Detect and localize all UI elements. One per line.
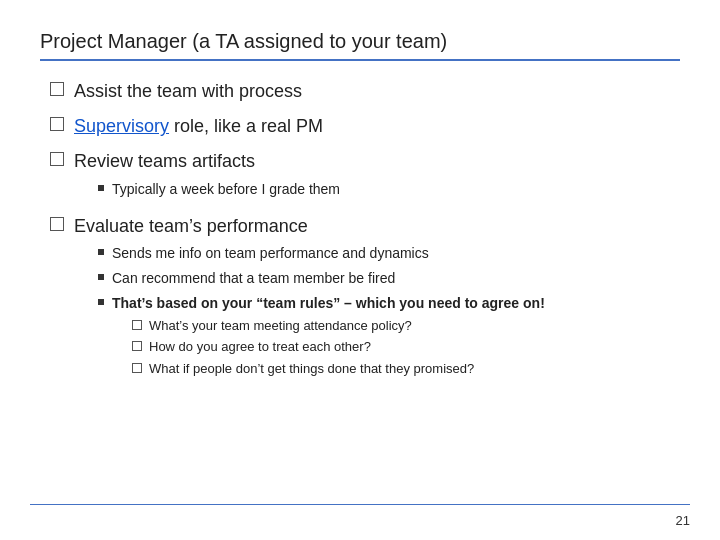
sub-sub-list: What’s your team meeting attendance poli… xyxy=(132,316,545,379)
content-area: Assist the team with process Supervisory… xyxy=(40,79,680,384)
sub-bullet-4-3 xyxy=(98,299,104,305)
bottom-line xyxy=(30,504,690,506)
sub-bullet-4-2 xyxy=(98,274,104,280)
bullet-item-1: Assist the team with process xyxy=(50,79,680,104)
sub-list-3: Typically a week before I grade them xyxy=(98,179,340,200)
bullet-text-2: Supervisory role, like a real PM xyxy=(74,114,323,139)
sub-item-4-1: Sends me info on team performance and dy… xyxy=(98,243,545,264)
bullet-3-content: Review teams artifacts Typically a week … xyxy=(74,149,340,203)
bullet-text-1: Assist the team with process xyxy=(74,79,302,104)
supervisory-link: Supervisory xyxy=(74,116,169,136)
sub-item-3-1: Typically a week before I grade them xyxy=(98,179,340,200)
bullet-box-3 xyxy=(50,152,64,166)
bullet-item-2: Supervisory role, like a real PM xyxy=(50,114,680,139)
sub-sub-item-1: What’s your team meeting attendance poli… xyxy=(132,316,545,336)
bullet-item-3: Review teams artifacts Typically a week … xyxy=(50,149,680,203)
bullet-box-2 xyxy=(50,117,64,131)
sub-text-4-1: Sends me info on team performance and dy… xyxy=(112,243,429,264)
sub-item-4-3: That’s based on your “team rules” – whic… xyxy=(98,293,545,381)
bullet-box-1 xyxy=(50,82,64,96)
title-underline xyxy=(40,59,680,61)
sub-text-3-1: Typically a week before I grade them xyxy=(112,179,340,200)
sub-sub-text-2: How do you agree to treat each other? xyxy=(149,337,371,357)
sub-text-4-2: Can recommend that a team member be fire… xyxy=(112,268,395,289)
sub-sub-box-2 xyxy=(132,341,142,351)
sub-sub-box-3 xyxy=(132,363,142,373)
sub-sub-box-1 xyxy=(132,320,142,330)
sub-list-4: Sends me info on team performance and dy… xyxy=(98,243,545,381)
slide-title: Project Manager (a TA assigned to your t… xyxy=(40,30,680,53)
sub-sub-text-3: What if people don’t get things done tha… xyxy=(149,359,474,379)
sub-bullet-4-1 xyxy=(98,249,104,255)
bullet-4-content: Evaluate team’s performance Sends me inf… xyxy=(74,214,545,385)
bullet-box-4 xyxy=(50,217,64,231)
sub-sub-item-2: How do you agree to treat each other? xyxy=(132,337,545,357)
sub-text-4-3: That’s based on your “team rules” – whic… xyxy=(112,295,545,311)
page-number: 21 xyxy=(676,513,690,528)
sub-bullet-3-1 xyxy=(98,185,104,191)
bullet-text-4: Evaluate team’s performance xyxy=(74,216,308,236)
sub-item-4-2: Can recommend that a team member be fire… xyxy=(98,268,545,289)
sub-sub-item-3: What if people don’t get things done tha… xyxy=(132,359,545,379)
bullet-text-3: Review teams artifacts xyxy=(74,151,255,171)
bullet-item-4: Evaluate team’s performance Sends me inf… xyxy=(50,214,680,385)
slide: Project Manager (a TA assigned to your t… xyxy=(0,0,720,540)
sub-item-4-3-content: That’s based on your “team rules” – whic… xyxy=(112,293,545,381)
sub-sub-text-1: What’s your team meeting attendance poli… xyxy=(149,316,412,336)
